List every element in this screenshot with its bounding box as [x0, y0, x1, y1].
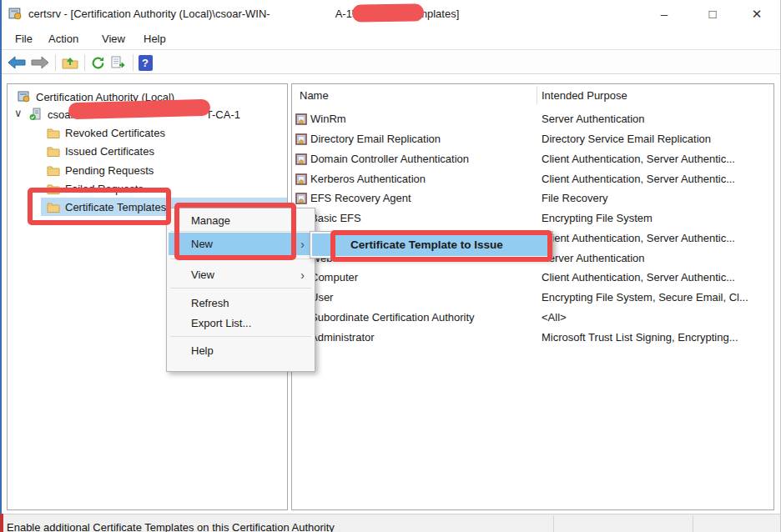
- annotation-redaction-title: [352, 3, 424, 22]
- certificate-template-icon: [295, 153, 307, 165]
- menu-action[interactable]: Action: [48, 33, 78, 45]
- back-arrow-icon: [8, 56, 26, 69]
- template-purpose: Directory Service Email Replication: [542, 133, 711, 145]
- export-list-icon: [111, 56, 126, 69]
- close-button[interactable]: ✕: [745, 3, 768, 25]
- folder-up-icon: [62, 56, 78, 69]
- menu-bar: File Action View Help: [0, 28, 781, 49]
- template-purpose: Client Authentication, Server Authentic.…: [542, 232, 735, 244]
- template-name: WinRm: [310, 113, 346, 125]
- certificate-template-icon: [295, 173, 307, 185]
- status-bar-separator: [553, 515, 554, 532]
- list-row[interactable]: User Encrypting File System, Secure Emai…: [292, 289, 773, 307]
- annotation-box-certificate-templates: [28, 188, 171, 225]
- template-name: Basic EFS: [310, 212, 361, 224]
- ca-server-icon: [29, 108, 43, 121]
- list-row[interactable]: Computer Client Authentication, Server A…: [292, 269, 773, 287]
- certification-authority-icon: [18, 90, 31, 103]
- template-name: Kerberos Authentication: [310, 173, 426, 185]
- toolbar-separator: [133, 54, 134, 71]
- certificate-template-icon: [295, 133, 307, 145]
- list-row[interactable]: EFS Recovery Agent File Recovery: [292, 190, 773, 208]
- tree-item-revoked-certificates[interactable]: Revoked Certificates: [47, 124, 165, 141]
- menu-separator: [170, 288, 311, 289]
- menu-view[interactable]: View: [102, 33, 125, 45]
- tree-item-issued-certificates[interactable]: Issued Certificates: [47, 143, 154, 159]
- template-purpose: Server Authentication: [542, 252, 645, 264]
- status-bar-separator: [693, 515, 693, 532]
- template-purpose: Client Authentication, Server Authentic.…: [542, 271, 735, 284]
- template-purpose: Client Authentication, Server Authentic.…: [542, 173, 735, 185]
- template-purpose: Client Authentication, Server Authentic.…: [542, 153, 735, 165]
- tree-item-label: Revoked Certificates: [65, 127, 165, 139]
- back-button[interactable]: [7, 53, 27, 72]
- help-button[interactable]: ?: [137, 53, 154, 72]
- menu-help[interactable]: Help: [144, 33, 166, 45]
- folder-icon: [47, 128, 60, 138]
- chevron-expanded-icon[interactable]: ∨: [14, 107, 23, 119]
- ca-name-suffix: T-CA-1: [206, 108, 240, 121]
- list-row[interactable]: Kerberos Authentication Client Authentic…: [292, 171, 773, 188]
- up-one-level-button[interactable]: [60, 53, 80, 72]
- template-list-pane: Name Intended Purpose WinRm Server Authe…: [291, 83, 774, 510]
- annotation-left-edge-mark: [0, 514, 3, 532]
- forward-button[interactable]: [30, 53, 50, 72]
- context-menu-item-export-list[interactable]: Export List...: [169, 314, 313, 333]
- list-row[interactable]: WinRm Server Authentication: [292, 111, 773, 128]
- tree-item-label: Pending Requests: [65, 164, 154, 177]
- status-text: Enable additional Certificate Templates …: [7, 521, 335, 532]
- column-header-intended-purpose[interactable]: Intended Purpose: [542, 89, 627, 102]
- list-row[interactable]: Domain Controller Authentication Client …: [292, 151, 773, 168]
- submenu-arrow-icon: ›: [300, 238, 305, 251]
- submenu-arrow-icon: ›: [300, 269, 305, 282]
- menu-item-label: Refresh: [191, 297, 229, 309]
- toolbar-separator: [55, 54, 56, 71]
- certsrv-window: certsrv - [Certification Authority (Loca…: [0, 0, 781, 532]
- menu-item-label: Export List...: [191, 317, 251, 329]
- context-menu-item-help[interactable]: Help: [169, 341, 313, 360]
- toolbar: ?: [0, 49, 781, 74]
- template-name: Domain Controller Authentication: [310, 153, 469, 165]
- menu-item-label: Help: [191, 344, 214, 357]
- context-menu-item-refresh[interactable]: Refresh: [169, 294, 313, 313]
- list-row[interactable]: Directory Email Replication Directory Se…: [292, 131, 773, 148]
- maximize-button[interactable]: □: [701, 3, 724, 25]
- template-name: EFS Recovery Agent: [310, 192, 411, 204]
- template-purpose: Encrypting File System, Secure Email, Cl…: [542, 291, 748, 304]
- tree-item-label: Issued Certificates: [65, 145, 154, 158]
- template-name: Subordinate Certification Authority: [310, 311, 475, 324]
- certificate-template-icon: [295, 193, 307, 204]
- column-divider[interactable]: [537, 86, 537, 104]
- refresh-button[interactable]: [88, 53, 107, 72]
- context-menu-item-view[interactable]: View ›: [169, 265, 313, 284]
- menu-file[interactable]: File: [15, 33, 33, 45]
- window-left-border: [0, 0, 2, 514]
- template-purpose: Microsoft Trust List Signing, Encrypting…: [542, 331, 738, 344]
- tree-item-pending-requests[interactable]: Pending Requests: [47, 162, 154, 178]
- folder-icon: [47, 146, 60, 157]
- list-row[interactable]: Administrator Microsoft Trust List Signi…: [292, 329, 773, 347]
- forward-arrow-icon: [31, 56, 49, 69]
- export-list-button[interactable]: [108, 53, 128, 72]
- list-row[interactable]: Basic EFS Encrypting File System: [292, 210, 773, 228]
- template-purpose: Server Authentication: [542, 113, 645, 125]
- help-icon: ?: [139, 55, 153, 71]
- column-header-name[interactable]: Name: [300, 89, 329, 102]
- menu-separator: [170, 336, 311, 337]
- refresh-icon: [91, 56, 105, 70]
- template-purpose: Encrypting File System: [542, 212, 653, 224]
- template-purpose: File Recovery: [542, 192, 607, 204]
- certificate-template-icon: [295, 113, 307, 125]
- minimize-button[interactable]: –: [653, 3, 676, 25]
- template-name: Directory Email Replication: [310, 133, 441, 145]
- certsrv-app-icon: [8, 7, 23, 21]
- annotation-box-manage-new: [174, 203, 296, 260]
- toolbar-separator: [84, 54, 85, 71]
- menu-item-label: View: [191, 269, 214, 281]
- window-title-prefix: certsrv - [Certification Authority (Loca…: [28, 8, 270, 20]
- folder-icon: [47, 165, 60, 176]
- list-row[interactable]: Subordinate Certification Authority <All…: [292, 309, 773, 327]
- template-name: Administrator: [310, 331, 375, 344]
- template-name: Computer: [310, 271, 358, 284]
- status-bar: Enable additional Certificate Templates …: [0, 514, 781, 532]
